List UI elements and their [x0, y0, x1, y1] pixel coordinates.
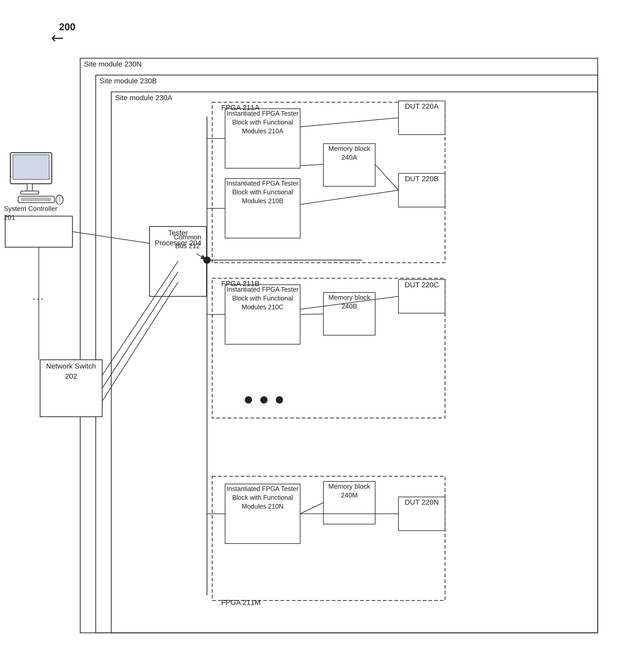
- svg-point-43: [260, 396, 267, 404]
- dut-220c-label: DUT 220C: [400, 280, 444, 290]
- svg-line-37: [300, 314, 324, 314]
- svg-rect-50: [21, 198, 51, 201]
- svg-line-39: [375, 164, 398, 190]
- site-module-a-label: Site module 230A: [115, 93, 172, 102]
- svg-line-25: [197, 254, 207, 260]
- system-controller-label: System Controller 201: [4, 205, 63, 222]
- svg-line-23: [102, 282, 178, 401]
- site-module-n-label: Site module 230N: [84, 60, 142, 69]
- svg-point-44: [276, 396, 283, 404]
- network-switch-label: Network Switch 202: [42, 361, 100, 381]
- svg-rect-46: [13, 155, 49, 179]
- svg-rect-47: [27, 184, 32, 192]
- diagram-container: 200 ↗ Site module 230N Site module 230B …: [0, 0, 644, 667]
- site-module-b-label: Site module 230B: [100, 76, 157, 86]
- svg-line-33: [300, 190, 398, 205]
- computer-icon: [8, 150, 65, 205]
- svg-line-24: [72, 232, 150, 243]
- dut-220n-label: DUT 220N: [400, 498, 444, 507]
- svg-point-41: [203, 257, 211, 264]
- svg-line-36: [300, 164, 324, 166]
- memory-240m-label: Memory block 240M: [325, 482, 374, 500]
- dut-220a-label: DUT 220A: [400, 102, 444, 111]
- dut-220b-label: DUT 220B: [400, 174, 444, 183]
- svg-line-22: [102, 272, 178, 388]
- svg-line-21: [102, 261, 178, 375]
- tester-block-210a-label: Instantiated FPGA Tester Block with Func…: [226, 109, 299, 135]
- memory-240b-label: Memory block 240B: [325, 293, 374, 311]
- svg-rect-2: [111, 92, 598, 633]
- svg-line-32: [300, 118, 398, 127]
- connections-svg: [0, 0, 644, 667]
- common-bus-label: Common Bus 212: [172, 233, 203, 250]
- ellipsis-label: ...: [32, 290, 45, 302]
- tester-block-210c-label: Instantiated FPGA Tester Block with Func…: [226, 285, 299, 311]
- svg-line-38: [300, 503, 324, 514]
- fpga-211m-label: FPGA 211M: [221, 598, 261, 607]
- svg-point-42: [245, 396, 252, 404]
- memory-240a-label: Memory block 240A: [325, 144, 374, 162]
- svg-rect-48: [21, 191, 39, 194]
- tester-block-210b-label: Instantiated FPGA Tester Block with Func…: [226, 179, 299, 205]
- tester-block-210n-label: Instantiated FPGA Tester Block with Func…: [226, 485, 299, 511]
